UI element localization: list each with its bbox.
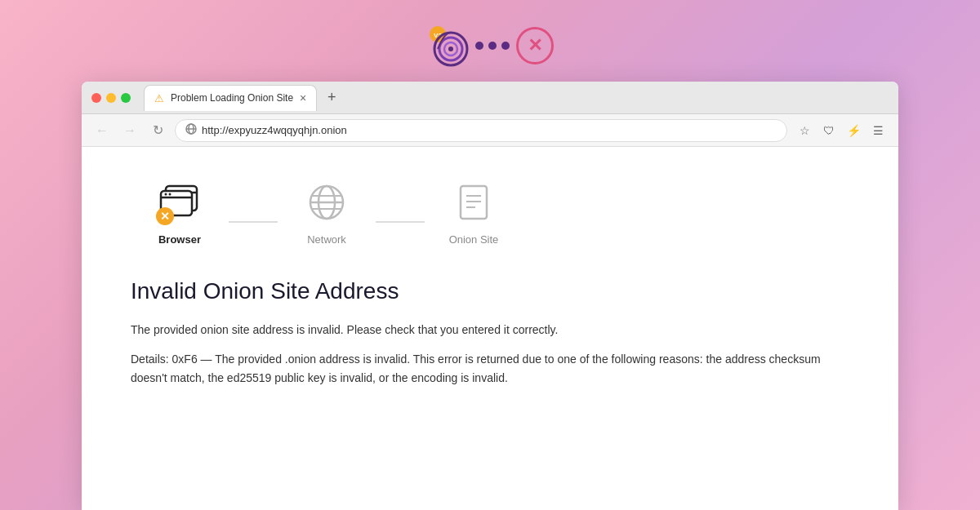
window-controls: [91, 93, 131, 103]
tor-header: V2 ✕: [426, 24, 554, 67]
onion-security-icon: [185, 123, 197, 137]
network-status-label: Network: [307, 233, 346, 246]
nav-bar: ← → ↻ http://expyuzz4wqqyqhjn.onion ☆ 🛡 …: [82, 114, 898, 147]
status-item-browser: ✕ Browser: [131, 180, 229, 246]
tab-bar: ⚠ Problem Loading Onion Site × +: [144, 85, 889, 111]
browser-error-badge: ✕: [156, 207, 174, 225]
svg-point-13: [165, 193, 167, 196]
tor-dot-1: [475, 42, 483, 50]
tor-dot-3: [501, 42, 510, 50]
status-item-onion-site: Onion Site: [425, 180, 523, 246]
error-heading: Invalid Onion Site Address: [131, 278, 849, 304]
bookmark-button[interactable]: ☆: [794, 120, 815, 141]
menu-button[interactable]: ☰: [867, 120, 889, 141]
page-content: ✕ Browser Network: [82, 147, 898, 510]
tab-close-button[interactable]: ×: [300, 92, 306, 104]
tor-connection-dots: [475, 42, 510, 50]
error-description: The provided onion site address is inval…: [131, 321, 849, 339]
tab-warning-icon: ⚠: [154, 92, 164, 104]
url-text: http://expyuzz4wqqyqhjn.onion: [202, 124, 347, 136]
lightning-button[interactable]: ⚡: [843, 120, 864, 141]
svg-point-5: [448, 47, 453, 51]
browser-window: ⚠ Problem Loading Onion Site × + ← → ↻ h…: [82, 82, 898, 510]
browser-icon: ✕: [159, 183, 200, 222]
network-icon-wrap: [304, 180, 350, 225]
connector-2: [376, 221, 425, 223]
tor-error-icon: ✕: [516, 27, 554, 64]
svg-point-14: [169, 193, 172, 196]
active-tab[interactable]: ⚠ Problem Loading Onion Site ×: [144, 85, 317, 111]
refresh-button[interactable]: ↻: [147, 120, 168, 141]
browser-status-label: Browser: [158, 233, 201, 246]
tor-onion-icon: V2: [426, 24, 469, 67]
new-tab-button[interactable]: +: [320, 86, 343, 109]
title-bar: ⚠ Problem Loading Onion Site × +: [82, 82, 898, 114]
tor-dot-2: [488, 42, 497, 50]
tab-title: Problem Loading Onion Site: [171, 92, 293, 104]
connection-status-row: ✕ Browser Network: [131, 180, 849, 246]
status-item-network: Network: [278, 180, 376, 246]
error-details: Details: 0xF6 — The provided .onion addr…: [131, 350, 849, 388]
connector-1: [229, 221, 278, 223]
close-window-button[interactable]: [91, 93, 101, 103]
back-button[interactable]: ←: [91, 120, 113, 141]
shield-button[interactable]: 🛡: [818, 120, 840, 141]
maximize-window-button[interactable]: [121, 93, 131, 103]
url-bar[interactable]: http://expyuzz4wqqyqhjn.onion: [175, 119, 787, 142]
onion-site-status-label: Onion Site: [449, 233, 499, 246]
minimize-window-button[interactable]: [106, 93, 116, 103]
browser-icon-wrap: ✕: [157, 180, 203, 225]
onion-site-icon-wrap: [451, 180, 497, 225]
forward-button[interactable]: →: [119, 120, 140, 141]
nav-right-icons: ☆ 🛡 ⚡ ☰: [794, 120, 889, 141]
